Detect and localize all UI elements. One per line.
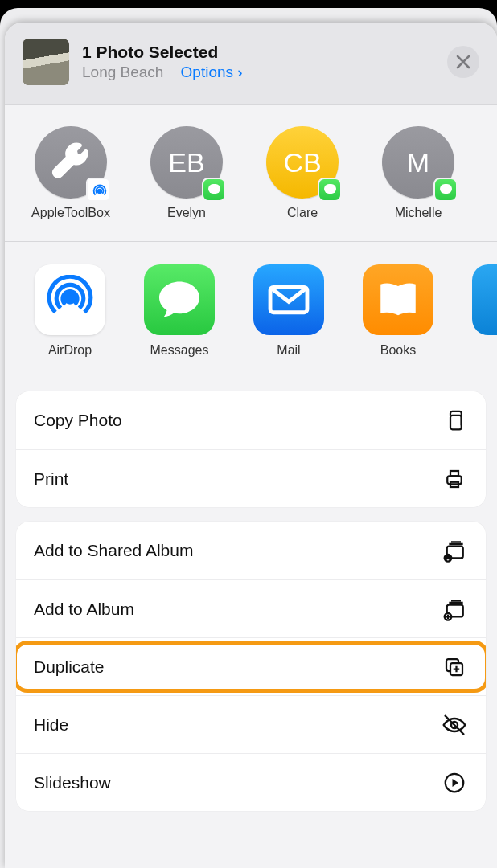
- messages-badge-icon: [433, 178, 458, 202]
- share-contacts-row[interactable]: AppleToolBox EB Evelyn CB Clare M Michel…: [5, 105, 497, 242]
- share-actions: Copy Photo Print Add to Shared Album Add…: [5, 377, 497, 811]
- chevron-right-icon: ›: [237, 63, 242, 80]
- action-label: Print: [34, 469, 68, 489]
- app-label: Fa: [466, 343, 497, 358]
- contact-label: Ag: [489, 205, 497, 220]
- close-icon: [456, 55, 470, 69]
- contact-label: AppleToolBox: [26, 205, 116, 220]
- app-books[interactable]: Books: [357, 264, 439, 358]
- action-slideshow[interactable]: Slideshow: [16, 753, 486, 811]
- contact-clare[interactable]: CB Clare: [257, 126, 347, 220]
- share-sheet-backdrop: 1 Photo Selected Long Beach Options › Ap…: [0, 8, 497, 868]
- shared-album-icon: [441, 537, 468, 564]
- messages-icon: [144, 264, 215, 335]
- app-mail[interactable]: Mail: [248, 264, 330, 358]
- hide-icon: [441, 711, 468, 739]
- app-messages[interactable]: Messages: [138, 264, 220, 358]
- share-title: 1 Photo Selected: [82, 43, 447, 62]
- svg-rect-3: [450, 416, 462, 430]
- app-partial[interactable]: Fa: [466, 264, 497, 358]
- contact-label: Evelyn: [142, 205, 232, 220]
- contact-label: Michelle: [373, 205, 463, 220]
- play-icon: [441, 769, 468, 796]
- close-button[interactable]: [447, 46, 479, 78]
- action-hide[interactable]: Hide: [16, 695, 486, 753]
- app-airdrop[interactable]: AirDrop: [29, 264, 111, 358]
- action-duplicate[interactable]: Duplicate: [16, 637, 486, 695]
- contact-evelyn[interactable]: EB Evelyn: [142, 126, 232, 220]
- copy-icon: [441, 407, 468, 434]
- share-sheet: 1 Photo Selected Long Beach Options › Ap…: [5, 23, 497, 868]
- avatar: M: [382, 126, 454, 199]
- contact-michelle[interactable]: M Michelle: [373, 126, 463, 220]
- duplicate-icon: [441, 653, 468, 681]
- action-label: Add to Shared Album: [34, 541, 193, 560]
- app-label: Messages: [138, 343, 220, 358]
- app-label: Mail: [248, 343, 330, 358]
- action-group: Copy Photo Print: [16, 391, 486, 507]
- print-icon: [441, 465, 468, 493]
- action-add-album[interactable]: Add to Album: [16, 579, 486, 637]
- share-header: 1 Photo Selected Long Beach Options ›: [5, 23, 497, 105]
- share-header-text: 1 Photo Selected Long Beach Options ›: [82, 43, 447, 81]
- action-label: Slideshow: [34, 773, 111, 792]
- action-label: Duplicate: [34, 657, 105, 677]
- avatar: EB: [150, 126, 223, 199]
- action-add-shared-album[interactable]: Add to Shared Album: [16, 522, 486, 579]
- share-apps-row[interactable]: AirDrop Messages Mail Books Fa: [5, 242, 497, 377]
- action-copy-photo[interactable]: Copy Photo: [16, 391, 486, 449]
- action-label: Hide: [34, 715, 68, 735]
- action-print[interactable]: Print: [16, 449, 486, 507]
- app-label: Books: [357, 343, 439, 358]
- action-group: Add to Shared Album Add to Album Duplica…: [16, 522, 486, 811]
- mail-icon: [253, 264, 324, 335]
- action-label: Add to Album: [34, 600, 134, 619]
- svg-point-0: [98, 190, 102, 194]
- avatar: CB: [266, 126, 339, 199]
- messages-badge-icon: [202, 178, 226, 202]
- wrench-icon: [51, 142, 91, 182]
- contact-partial[interactable]: Ag: [489, 126, 497, 220]
- options-button[interactable]: Options ›: [181, 63, 243, 80]
- messages-badge-icon: [318, 178, 342, 202]
- svg-rect-5: [450, 471, 458, 476]
- photo-thumbnail[interactable]: [23, 39, 69, 85]
- album-icon: [441, 596, 468, 623]
- airdrop-icon: [35, 264, 105, 335]
- share-location: Long Beach: [82, 63, 163, 80]
- contact-appletoolbox[interactable]: AppleToolBox: [26, 126, 116, 220]
- airdrop-badge-icon: [86, 178, 110, 202]
- app-label: AirDrop: [29, 343, 111, 358]
- action-label: Copy Photo: [34, 411, 122, 430]
- contact-label: Clare: [257, 205, 347, 220]
- share-subtitle: Long Beach Options ›: [82, 63, 447, 81]
- app-icon: [472, 264, 497, 335]
- books-icon: [363, 264, 433, 335]
- avatar: [35, 126, 107, 199]
